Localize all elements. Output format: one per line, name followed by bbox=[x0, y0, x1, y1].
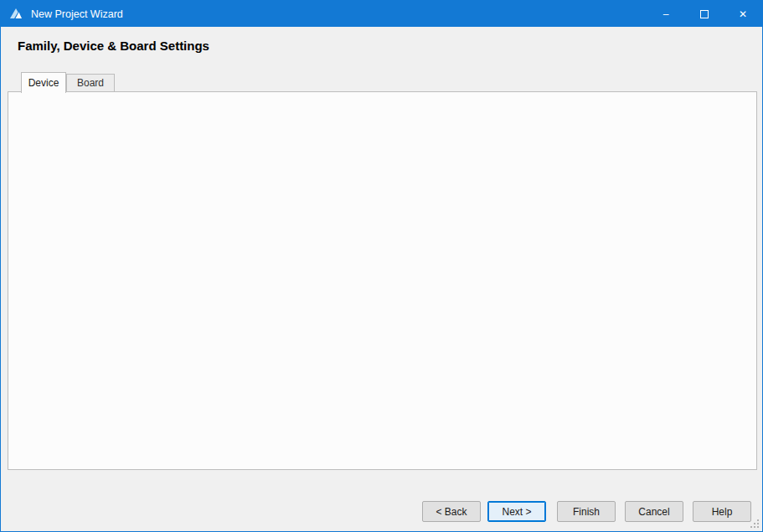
back-button[interactable]: < Back bbox=[422, 501, 481, 522]
new-project-wizard-window: New Project Wizard – ✕ Family, Device & … bbox=[0, 0, 763, 532]
app-icon bbox=[8, 7, 23, 22]
close-button[interactable]: ✕ bbox=[724, 1, 762, 27]
maximize-button[interactable] bbox=[685, 1, 724, 27]
finish-button[interactable]: Finish bbox=[557, 501, 616, 522]
tab-device[interactable]: Device bbox=[21, 72, 66, 93]
minimize-icon: – bbox=[663, 8, 669, 20]
minimize-button[interactable]: – bbox=[647, 1, 685, 27]
tab-board-label: Board bbox=[77, 77, 104, 89]
tab-device-label: Device bbox=[28, 77, 59, 89]
page-title: Family, Device & Board Settings bbox=[18, 39, 209, 53]
resize-grip-icon[interactable] bbox=[750, 519, 760, 529]
maximize-icon bbox=[700, 10, 709, 18]
window-controls: – ✕ bbox=[647, 1, 762, 27]
close-icon: ✕ bbox=[739, 8, 747, 20]
help-button[interactable]: Help bbox=[693, 501, 751, 522]
next-button[interactable]: Next > bbox=[487, 501, 546, 522]
titlebar[interactable]: New Project Wizard – ✕ bbox=[1, 1, 762, 27]
cancel-button[interactable]: Cancel bbox=[625, 501, 683, 522]
window-title: New Project Wizard bbox=[31, 8, 123, 20]
tab-panel bbox=[8, 91, 757, 470]
tab-board[interactable]: Board bbox=[66, 74, 115, 91]
